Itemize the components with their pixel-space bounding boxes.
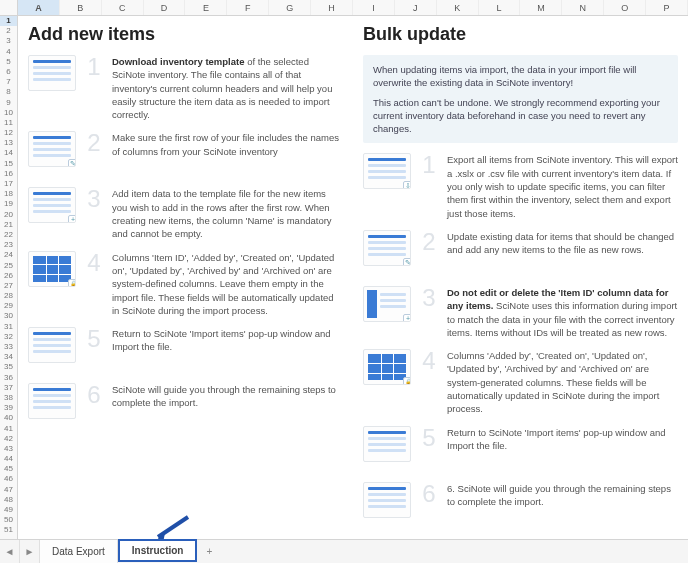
row-number[interactable]: 23 [0,240,17,250]
step-thumbnail-icon: ⇩ [363,153,411,189]
row-number[interactable]: 42 [0,434,17,444]
row-number[interactable]: 13 [0,138,17,148]
row-number[interactable]: 7 [0,77,17,87]
row-number[interactable]: 51 [0,525,17,535]
row-number[interactable]: 21 [0,220,17,230]
step-number: 5 [419,426,439,450]
row-number[interactable]: 30 [0,311,17,321]
step-number: 6 [84,383,104,407]
row-number[interactable]: 44 [0,454,17,464]
add-step-4: 🔒4Columns 'Item ID', 'Added by', 'Create… [28,251,343,317]
sheet-tab-instruction[interactable]: Instruction [118,539,198,562]
row-number[interactable]: 29 [0,301,17,311]
row-number[interactable]: 4 [0,47,17,57]
row-number[interactable]: 31 [0,322,17,332]
sheet-nav-prev[interactable]: ◄ [0,540,20,563]
column-header-M[interactable]: M [520,0,562,15]
info-paragraph: This action can't be undone. We strongly… [373,96,668,136]
row-number[interactable]: 6 [0,67,17,77]
column-header-C[interactable]: C [102,0,144,15]
row-number[interactable]: 20 [0,210,17,220]
row-number[interactable]: 47 [0,485,17,495]
column-header-G[interactable]: G [269,0,311,15]
step-text: Update existing data for items that shou… [447,230,678,257]
row-number[interactable]: 34 [0,352,17,362]
select-all-corner[interactable] [0,0,18,15]
row-number[interactable]: 17 [0,179,17,189]
row-number[interactable]: 22 [0,230,17,240]
bulk-update-section: Bulk update When updating items via impo… [363,24,678,531]
row-number[interactable]: 10 [0,108,17,118]
row-number[interactable]: 32 [0,332,17,342]
row-number[interactable]: 16 [0,169,17,179]
step-thumbnail-icon [28,327,76,363]
row-number[interactable]: 11 [0,118,17,128]
row-number[interactable]: 46 [0,474,17,484]
info-paragraph: When updating items via import, the data… [373,63,668,90]
row-number[interactable]: 15 [0,159,17,169]
add-sheet-button[interactable]: + [197,540,221,563]
section-title-add: Add new items [28,24,343,45]
column-header-B[interactable]: B [60,0,102,15]
step-thumbnail-icon: + [28,187,76,223]
column-header-O[interactable]: O [604,0,646,15]
row-number[interactable]: 8 [0,87,17,97]
row-number[interactable]: 37 [0,383,17,393]
row-number[interactable]: 43 [0,444,17,454]
row-number[interactable]: 48 [0,495,17,505]
step-thumbnail-icon [28,383,76,419]
row-number[interactable]: 38 [0,393,17,403]
row-number[interactable]: 49 [0,505,17,515]
step-text: Export all items from SciNote inventory.… [447,153,678,219]
column-header-L[interactable]: L [479,0,521,15]
column-header-F[interactable]: F [227,0,269,15]
row-number[interactable]: 28 [0,291,17,301]
add-step-2: ✎2Make sure the first row of your file i… [28,131,343,177]
add-step-1: 1Download inventory template of the sele… [28,55,343,121]
step-text: SciNote will guide you through the remai… [112,383,343,410]
column-header-H[interactable]: H [311,0,353,15]
row-number[interactable]: 9 [0,98,17,108]
row-number[interactable]: 41 [0,424,17,434]
column-header-K[interactable]: K [437,0,479,15]
add-new-items-section: Add new items 1Download inventory templa… [28,24,343,531]
step-text: Columns 'Item ID', 'Added by', 'Created … [112,251,343,317]
row-number[interactable]: 33 [0,342,17,352]
row-number[interactable]: 39 [0,403,17,413]
column-header-P[interactable]: P [646,0,688,15]
row-number[interactable]: 14 [0,148,17,158]
bulk-step-5: 5Return to SciNote 'Import items' pop-up… [363,426,678,472]
row-number[interactable]: 24 [0,250,17,260]
step-thumbnail-icon [28,55,76,91]
row-number[interactable]: 36 [0,373,17,383]
row-number[interactable]: 12 [0,128,17,138]
sheet-tab-data-export[interactable]: Data Export [40,540,118,563]
row-number[interactable]: 26 [0,271,17,281]
column-header-J[interactable]: J [395,0,437,15]
row-number[interactable]: 35 [0,362,17,372]
bulk-step-6: 66. SciNote will guide you through the r… [363,482,678,528]
column-header-N[interactable]: N [562,0,604,15]
row-number[interactable]: 50 [0,515,17,525]
worksheet-content: Add new items 1Download inventory templa… [18,16,688,539]
row-number[interactable]: 25 [0,261,17,271]
row-number[interactable]: 45 [0,464,17,474]
step-number: 3 [84,187,104,211]
row-number[interactable]: 5 [0,57,17,67]
column-header-I[interactable]: I [353,0,395,15]
bulk-step-3: +3Do not edit or delete the 'Item ID' co… [363,286,678,339]
row-number[interactable]: 40 [0,413,17,423]
row-number[interactable]: 2 [0,26,17,36]
section-title-bulk: Bulk update [363,24,678,45]
row-number[interactable]: 3 [0,36,17,46]
column-header-E[interactable]: E [185,0,227,15]
column-header-D[interactable]: D [144,0,186,15]
row-number[interactable]: 27 [0,281,17,291]
column-header-A[interactable]: A [18,0,60,15]
row-number[interactable]: 18 [0,189,17,199]
row-number[interactable]: 1 [0,16,17,26]
sheet-nav-next[interactable]: ► [20,540,40,563]
row-number-gutter: 1234567891011121314151617181920212223242… [0,16,18,539]
row-number[interactable]: 19 [0,199,17,209]
step-number: 5 [84,327,104,351]
